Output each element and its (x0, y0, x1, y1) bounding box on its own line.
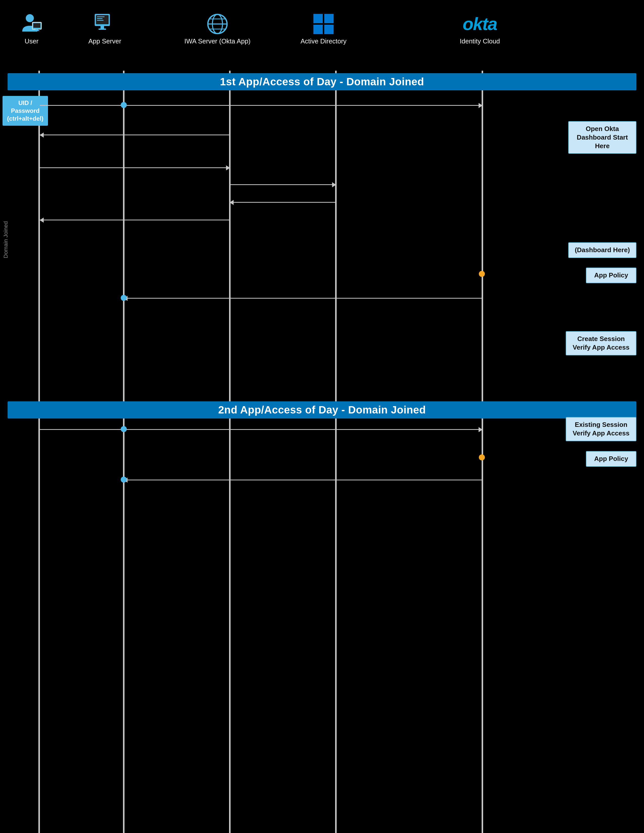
svg-rect-19 (313, 25, 323, 34)
app-policy-box-1: App Policy (586, 268, 636, 283)
svg-rect-18 (324, 14, 333, 23)
svg-rect-10 (97, 18, 103, 19)
arrow-user-to-okta-1 (40, 105, 482, 106)
actor-okta: okta Identity Cloud (442, 13, 518, 45)
arrow-okta-to-user-1 (40, 135, 229, 135)
actor-ad-label: Active Directory (301, 37, 346, 45)
svg-rect-20 (324, 25, 333, 34)
svg-rect-9 (97, 16, 105, 17)
actor-iwa: IWA Server (Okta App) (184, 13, 251, 45)
arrow-ad-to-iwa-1 (230, 202, 336, 203)
dot-appserver-1 (121, 102, 127, 108)
dashboard-here-box: (Dashboard Here) (568, 242, 636, 258)
dot-appserver-4 (121, 477, 127, 482)
domain-joined-label: Domain Joined (3, 126, 9, 354)
app-policy-box-2: App Policy (586, 451, 636, 467)
svg-rect-11 (97, 20, 103, 21)
actor-appserver: App Server (89, 13, 121, 45)
arrow-user-to-okta-2 (40, 429, 482, 430)
lifeline-appserver (123, 71, 124, 833)
actor-ad: Active Directory (301, 13, 346, 45)
arrow-iwa-to-ad-1 (230, 184, 336, 185)
appserver-icon (93, 13, 116, 35)
lifeline-iwa (229, 71, 230, 833)
svg-point-0 (26, 14, 34, 22)
okta-icon: okta (457, 13, 502, 35)
section-1-title: 1st App/Access of Day - Domain Joined (220, 76, 424, 88)
section-2-title: 2nd App/Access of Day - Domain Joined (218, 404, 426, 416)
section-banner-2: 2nd App/Access of Day - Domain Joined (8, 401, 636, 418)
globe-icon (206, 13, 229, 35)
orange-dot-2 (479, 454, 485, 460)
arrow-okta-to-appserver-1 (124, 298, 482, 299)
svg-rect-2 (33, 23, 40, 28)
dot-appserver-3 (121, 426, 127, 432)
actor-okta-label: Identity Cloud (460, 37, 500, 45)
section-banner-1: 1st App/Access of Day - Domain Joined (8, 73, 636, 90)
arrow-user-to-iwa-1 (40, 167, 230, 168)
create-session-box: Create Session Verify App Access (566, 331, 636, 355)
arrow-okta-to-appserver-2 (124, 479, 482, 480)
lifeline-user (39, 71, 40, 833)
svg-rect-17 (313, 14, 323, 23)
actor-iwa-label: IWA Server (Okta App) (184, 37, 251, 45)
svg-rect-4 (34, 30, 39, 31)
arrow-iwa-to-user-1 (40, 220, 230, 220)
lifeline-okta (481, 71, 483, 833)
existing-session-box: Existing Session Verify App Access (566, 417, 636, 441)
open-okta-dashboard-box: Open Okta Dashboard Start Here (568, 121, 636, 154)
svg-rect-8 (98, 29, 106, 30)
orange-dot-1 (479, 271, 485, 277)
user-icon (20, 13, 43, 35)
windows-icon (312, 13, 335, 35)
actor-appserver-label: App Server (89, 37, 121, 45)
dot-appserver-2 (121, 295, 127, 301)
actor-user-label: User (25, 37, 39, 45)
svg-rect-7 (100, 26, 104, 29)
actor-user: User (20, 13, 43, 45)
uid-password-box: UID / Password (ctrl+alt+del) (3, 96, 48, 126)
